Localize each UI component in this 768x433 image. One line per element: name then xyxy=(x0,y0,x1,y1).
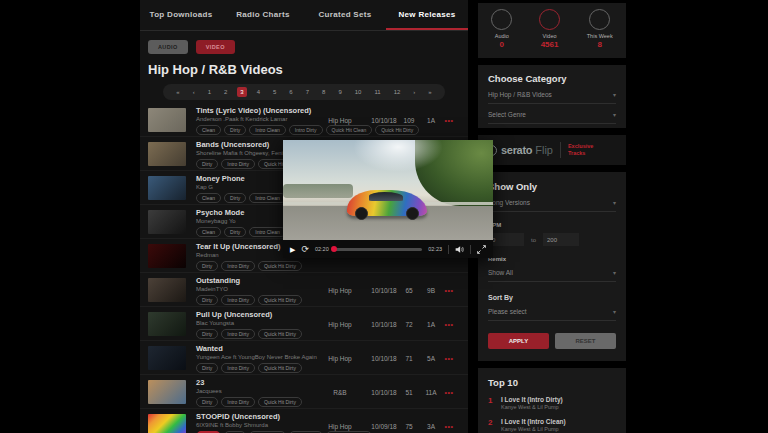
play-icon[interactable]: ▶ xyxy=(290,246,295,253)
track-title[interactable]: Outstanding xyxy=(196,276,456,285)
category-select[interactable]: Hip Hop / R&B Videos ▾ xyxy=(488,84,616,104)
track-more-menu[interactable]: ••• xyxy=(437,354,461,361)
track-row[interactable]: 23 Jacquees DirtyIntro DirtyQuick Hit Di… xyxy=(140,375,468,409)
track-title[interactable]: 23 xyxy=(196,378,456,387)
pagination-item-9[interactable]: 9 xyxy=(335,87,344,97)
bpm-max-input[interactable] xyxy=(543,233,579,246)
track-row[interactable]: Outstanding MadeinTYO DirtyIntro DirtyQu… xyxy=(140,273,468,307)
top10-item[interactable]: 1 I Love It (Intro Dirty) Kanye West & L… xyxy=(488,396,616,410)
tag-pill[interactable]: Dirty xyxy=(196,363,218,373)
tag-pill[interactable]: Intro Clean xyxy=(249,193,285,203)
video-toggle-button[interactable]: VIDEO xyxy=(196,40,235,54)
chevron-down-icon: ▾ xyxy=(613,111,616,118)
tag-pill[interactable]: Quick Hit Dirty xyxy=(258,295,302,305)
tag-pill[interactable]: Intro Dirty xyxy=(221,329,255,339)
track-more-menu[interactable]: ••• xyxy=(437,320,461,327)
tag-pill[interactable]: Quick Hit Dirty xyxy=(258,261,302,271)
volume-icon[interactable] xyxy=(455,245,464,254)
tag-pill[interactable]: Dirty xyxy=(224,125,246,135)
tag-pill[interactable]: Clean xyxy=(196,193,221,203)
tag-pill[interactable]: Quick Hit Dirty xyxy=(258,329,302,339)
track-title[interactable]: Tints (Lyric Video) (Uncensored) xyxy=(196,106,456,115)
video-frame[interactable] xyxy=(283,140,493,240)
pagination-item-2[interactable]: 2 xyxy=(221,87,230,97)
tab-top-downloads[interactable]: Top Downloads xyxy=(140,0,222,30)
track-thumbnail[interactable] xyxy=(148,312,186,336)
pagination-item-8[interactable]: 8 xyxy=(319,87,328,97)
track-thumbnail[interactable] xyxy=(148,278,186,302)
tag-pill[interactable]: Clean xyxy=(196,227,221,237)
pagination-item-»[interactable]: » xyxy=(425,87,434,97)
pagination-item-12[interactable]: 12 xyxy=(391,87,404,97)
remix-select[interactable]: Show All ▾ xyxy=(488,262,616,282)
serato-banner[interactable]: serato Flip Exclusive Tracks xyxy=(478,135,626,165)
tag-pill[interactable]: Quick Hit Clean xyxy=(326,125,373,135)
pagination-item-7[interactable]: 7 xyxy=(303,87,312,97)
track-thumbnail[interactable] xyxy=(148,380,186,404)
tag-pill[interactable]: Dirty xyxy=(196,261,218,271)
tab-new-releases[interactable]: New Releases xyxy=(386,0,468,30)
pagination-item-1[interactable]: 1 xyxy=(205,87,214,97)
tab-curated-sets[interactable]: Curated Sets xyxy=(304,0,386,30)
track-more-menu[interactable]: ••• xyxy=(437,388,461,395)
pagination-item-4[interactable]: 4 xyxy=(254,87,263,97)
audio-toggle-button[interactable]: AUDIO xyxy=(148,40,188,54)
tag-pill[interactable]: Intro Clean xyxy=(249,125,285,135)
tag-pill[interactable]: Intro Dirty xyxy=(221,397,255,407)
track-row[interactable]: STOOPID (Uncensored) 6IX9INE ft Bobby Sh… xyxy=(140,409,468,433)
tag-pill[interactable]: Dirty xyxy=(224,193,246,203)
song-versions-select[interactable]: Song Versions ▾ xyxy=(488,192,616,212)
pagination-item-›[interactable]: › xyxy=(410,87,418,97)
progress-bar[interactable] xyxy=(335,248,423,251)
reset-button[interactable]: RESET xyxy=(555,333,616,349)
tag-pill[interactable]: Dirty xyxy=(196,295,218,305)
tag-pill[interactable]: Intro Dirty xyxy=(221,159,255,169)
tag-pill[interactable]: Intro Dirty xyxy=(221,261,255,271)
track-title[interactable]: Pull Up (Uncensored) xyxy=(196,310,456,319)
pagination-item-5[interactable]: 5 xyxy=(270,87,279,97)
tag-pill[interactable]: Dirty xyxy=(196,159,218,169)
loop-icon[interactable]: ⟳ xyxy=(301,245,309,254)
pagination-item-6[interactable]: 6 xyxy=(286,87,295,97)
track-row[interactable]: Pull Up (Uncensored) Blac Youngsta Dirty… xyxy=(140,307,468,341)
pagination-item-11[interactable]: 11 xyxy=(371,87,383,97)
apply-button[interactable]: APPLY xyxy=(488,333,549,349)
track-row[interactable]: Wanted Yungeen Ace ft YoungBoy Never Bro… xyxy=(140,341,468,375)
track-more-menu[interactable]: ••• xyxy=(437,422,461,429)
tag-pill[interactable]: Intro Dirty xyxy=(221,295,255,305)
bpm-min-input[interactable] xyxy=(488,233,524,246)
track-title[interactable]: STOOPID (Uncensored) xyxy=(196,412,456,421)
pagination-item-‹[interactable]: ‹ xyxy=(190,87,198,97)
track-thumbnail[interactable] xyxy=(148,210,186,234)
tag-pill[interactable]: Dirty xyxy=(224,227,246,237)
track-thumbnail[interactable] xyxy=(148,244,186,268)
fullscreen-icon[interactable] xyxy=(477,245,486,254)
pagination-item-3[interactable]: 3 xyxy=(237,87,246,97)
track-thumbnail[interactable] xyxy=(148,176,186,200)
track-thumbnail[interactable] xyxy=(148,414,186,433)
track-thumbnail[interactable] xyxy=(148,346,186,370)
tag-pill[interactable]: Dirty xyxy=(196,329,218,339)
pagination-item-10[interactable]: 10 xyxy=(352,87,365,97)
tag-pill[interactable]: Clean xyxy=(196,125,221,135)
tag-pill[interactable]: Intro Dirty xyxy=(221,363,255,373)
top10-item[interactable]: 2 I Love It (Intro Clean) Kanye West & L… xyxy=(488,418,616,432)
track-title[interactable]: Wanted xyxy=(196,344,456,353)
tag-pill[interactable]: Dirty xyxy=(196,397,218,407)
tag-pill[interactable]: Intro Dirty xyxy=(289,125,323,135)
bpm-to-label: to xyxy=(531,237,536,243)
top10-rank: 2 xyxy=(488,418,501,432)
track-more-menu[interactable]: ••• xyxy=(437,116,461,123)
genre-select[interactable]: Select Genre ▾ xyxy=(488,104,616,124)
track-more-menu[interactable]: ••• xyxy=(437,286,461,293)
track-row[interactable]: Tints (Lyric Video) (Uncensored) Anderso… xyxy=(140,103,468,137)
tag-pill[interactable]: Quick Hit Dirty xyxy=(258,363,302,373)
tag-pill[interactable]: Quick Hit Dirty xyxy=(258,397,302,407)
track-thumbnail[interactable] xyxy=(148,108,186,132)
tab-radio-charts[interactable]: Radio Charts xyxy=(222,0,304,30)
sort-by-select[interactable]: Please select ▾ xyxy=(488,301,616,321)
tag-pill[interactable]: Quick Hit Dirty xyxy=(375,125,419,135)
tag-pill[interactable]: Intro Clean xyxy=(249,227,285,237)
track-thumbnail[interactable] xyxy=(148,142,186,166)
pagination-item-«[interactable]: « xyxy=(173,87,182,97)
